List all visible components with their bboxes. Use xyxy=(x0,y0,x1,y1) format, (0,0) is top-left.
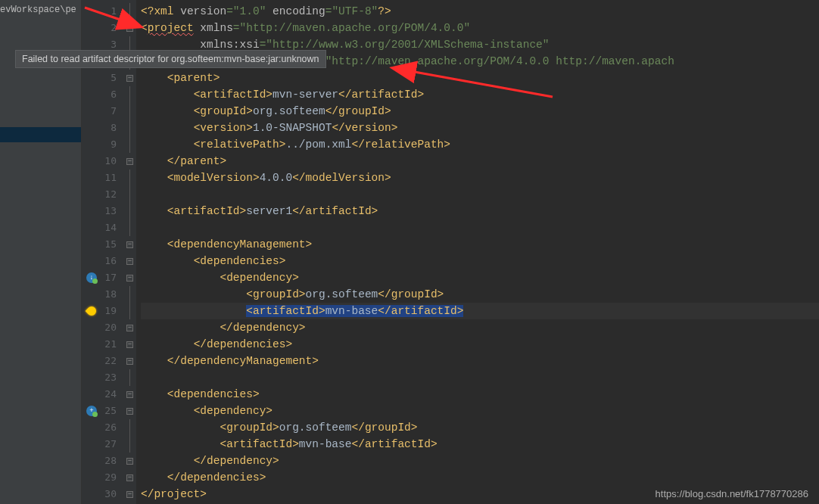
line-number: 12 xyxy=(104,186,117,203)
line-number: 25 xyxy=(104,403,117,419)
code-line[interactable]: <dependencies> xyxy=(141,386,819,403)
gutter-empty xyxy=(85,153,98,170)
fold-column[interactable]: −−−−−−−−−−−−−− xyxy=(125,3,135,502)
line-number: 10 xyxy=(104,153,117,170)
gutter-empty xyxy=(85,236,98,253)
fold-marker[interactable]: − xyxy=(125,469,135,486)
code-line[interactable]: <groupId>org.softeem</groupId> xyxy=(141,419,819,436)
fold-marker[interactable] xyxy=(125,86,135,103)
code-line[interactable]: <project xmlns="http://maven.apache.org/… xyxy=(141,20,819,36)
watermark: https://blog.csdn.net/fk1778770286 xyxy=(656,488,808,499)
fold-marker[interactable] xyxy=(125,419,135,436)
fold-marker[interactable]: − xyxy=(125,153,135,170)
line-number: 29 xyxy=(104,469,117,486)
line-number: 23 xyxy=(104,369,117,386)
gutter-empty xyxy=(85,186,98,203)
project-tree-panel[interactable]: evWorkspace\pe xyxy=(0,0,82,504)
line-number: 6 xyxy=(104,86,117,103)
code-line[interactable]: <dependency> xyxy=(141,403,819,419)
gutter-icons-column: ↓+ xyxy=(85,3,98,502)
fold-marker[interactable] xyxy=(125,303,135,319)
tree-selected-item[interactable] xyxy=(0,127,81,142)
gutter-empty xyxy=(85,253,98,269)
gutter-empty xyxy=(85,86,98,103)
line-number: 20 xyxy=(104,319,117,336)
fold-marker[interactable]: − xyxy=(125,70,135,86)
fold-marker[interactable]: − xyxy=(125,353,135,369)
gutter-empty xyxy=(85,70,98,86)
code-line[interactable]: <dependencies> xyxy=(141,253,819,269)
code-editor[interactable]: <?xml version="1.0" encoding="UTF-8"?><p… xyxy=(136,0,819,504)
line-number: 18 xyxy=(104,286,117,303)
editor-root: evWorkspace\pe ↓+ 1234567891011121314151… xyxy=(0,0,819,504)
fold-marker[interactable]: − xyxy=(125,269,135,286)
fold-marker[interactable] xyxy=(125,369,135,386)
code-line[interactable]: </dependencies> xyxy=(141,336,819,353)
line-number: 13 xyxy=(104,203,117,219)
intention-bulb-icon[interactable] xyxy=(85,303,98,319)
maven-download-icon[interactable]: ↓ xyxy=(85,269,98,286)
fold-marker[interactable]: − xyxy=(125,253,135,269)
gutter-empty xyxy=(85,486,98,502)
fold-marker[interactable] xyxy=(125,219,135,236)
code-line[interactable]: <artifactId>mvn-base</artifactId> xyxy=(141,436,819,453)
line-number: 27 xyxy=(104,436,117,453)
code-line[interactable] xyxy=(141,369,819,386)
gutter-empty xyxy=(85,203,98,219)
code-line[interactable]: <artifactId>mvn-server</artifactId> xyxy=(141,86,819,103)
editor-gutter[interactable]: ↓+ 1234567891011121314151617181920212223… xyxy=(82,0,136,504)
line-number: 2 xyxy=(104,20,117,36)
line-number: 17 xyxy=(104,269,117,286)
line-number: 19 xyxy=(104,303,117,319)
maven-add-icon[interactable]: + xyxy=(85,403,98,419)
code-line[interactable]: <parent> xyxy=(141,70,819,86)
line-number: 30 xyxy=(104,486,117,502)
code-line[interactable]: <dependency> xyxy=(141,269,819,286)
fold-marker[interactable]: − xyxy=(125,20,135,36)
fold-marker[interactable]: − xyxy=(125,403,135,419)
code-line[interactable]: </dependencies> xyxy=(141,469,819,486)
fold-marker[interactable]: − xyxy=(125,319,135,336)
code-line[interactable]: <dependencyManagement> xyxy=(141,236,819,253)
code-line[interactable]: </parent> xyxy=(141,153,819,170)
fold-marker[interactable] xyxy=(125,120,135,136)
line-number: 24 xyxy=(104,386,117,403)
code-line[interactable] xyxy=(141,219,819,236)
code-line[interactable]: <artifactId>server1</artifactId> xyxy=(141,203,819,219)
fold-marker[interactable]: − xyxy=(125,236,135,253)
error-tooltip: Failed to read artifact descriptor for o… xyxy=(15,50,326,68)
gutter-empty xyxy=(85,219,98,236)
gutter-empty xyxy=(85,136,98,153)
fold-marker[interactable]: − xyxy=(125,486,135,502)
code-line[interactable]: <groupId>org.softeem</groupId> xyxy=(141,103,819,120)
fold-marker[interactable] xyxy=(125,170,135,186)
line-number: 14 xyxy=(104,219,117,236)
code-line[interactable]: <artifactId>mvn-base</artifactId> xyxy=(141,303,819,319)
code-line[interactable]: <?xml version="1.0" encoding="UTF-8"?> xyxy=(141,3,819,20)
fold-marker[interactable] xyxy=(125,103,135,120)
gutter-empty xyxy=(85,419,98,436)
gutter-empty xyxy=(85,453,98,469)
fold-marker[interactable]: − xyxy=(125,336,135,353)
code-line[interactable]: </dependencyManagement> xyxy=(141,353,819,369)
fold-marker[interactable] xyxy=(125,286,135,303)
code-line[interactable]: <groupId>org.softeem</groupId> xyxy=(141,286,819,303)
code-line[interactable]: </dependency> xyxy=(141,319,819,336)
gutter-empty xyxy=(85,286,98,303)
line-number: 15 xyxy=(104,236,117,253)
fold-marker[interactable]: − xyxy=(125,386,135,403)
fold-marker[interactable] xyxy=(125,136,135,153)
fold-marker[interactable] xyxy=(125,186,135,203)
code-line[interactable]: <modelVersion>4.0.0</modelVersion> xyxy=(141,170,819,186)
fold-marker[interactable] xyxy=(125,3,135,20)
project-path-label: evWorkspace\pe xyxy=(0,5,76,15)
line-number: 5 xyxy=(104,70,117,86)
code-line[interactable] xyxy=(141,186,819,203)
line-numbers: 1234567891011121314151617181920212223242… xyxy=(104,3,117,502)
code-line[interactable]: <relativePath>../pom.xml</relativePath> xyxy=(141,136,819,153)
fold-marker[interactable] xyxy=(125,436,135,453)
fold-marker[interactable] xyxy=(125,203,135,219)
code-line[interactable]: <version>1.0-SNAPSHOT</version> xyxy=(141,120,819,136)
code-line[interactable]: </dependency> xyxy=(141,453,819,469)
fold-marker[interactable]: − xyxy=(125,453,135,469)
